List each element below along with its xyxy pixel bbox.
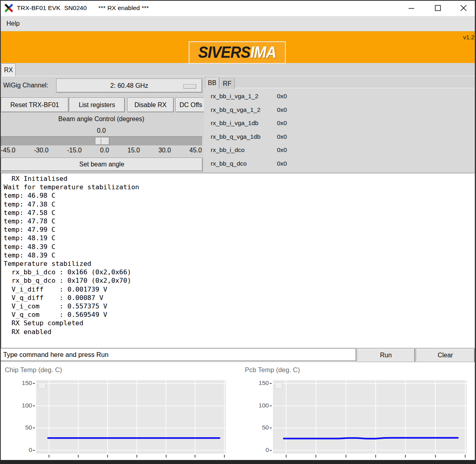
action-button-reset-trx-bf01[interactable]: Reset TRX-BF01 [1,97,69,112]
y-tick-mark [33,450,35,451]
wigig-channel-value: 2: 60.48 GHz [110,82,148,89]
y-tick-label: 150 [17,379,32,387]
register-value: 0x0 [277,120,287,127]
window-title-serial: SN0240 [64,0,87,16]
y-tick-mark [33,383,35,384]
x-tick-mark [315,455,316,458]
y-tick-label: 150 [254,379,269,387]
x-tick-mark [346,455,346,458]
x-tick-mark [286,455,287,458]
command-input[interactable] [0,348,356,361]
y-tick-label: 50 [254,424,269,431]
x-tick-mark [465,455,466,458]
beam-angle-value: 0.0 [0,127,203,134]
y-tick-label: 0 [254,446,269,454]
y-tick-label: 50 [17,424,32,431]
register-name: rx_bb_i_dco [211,146,244,154]
y-tick-mark [33,428,35,428]
register-value: 0x0 [277,133,287,140]
scale-label: -30.0 [34,147,48,154]
register-name: rx_bb_q_vga_1_2 [211,106,260,113]
brand-banner: v1.2 SIVERSIMA [0,31,476,63]
scale-label: 30.0 [159,147,171,154]
chart-plot-area [36,380,226,454]
siversima-logo: SIVERSIMA [189,41,286,64]
x-tick-mark [195,455,195,458]
x-tick-mark [166,455,167,458]
x-tick-mark [78,455,79,458]
register-name: rx_bb_i_vga_1_2 [211,93,258,100]
y-tick-mark [270,428,272,428]
wigig-channel-dropdown[interactable]: 2: 60.48 GHz [56,79,202,93]
app-icon [4,3,14,14]
action-button-list-registers[interactable]: List registers [69,97,125,112]
close-button[interactable] [454,1,473,15]
beam-angle-slider-handle[interactable] [95,137,110,145]
action-button-disable-rx[interactable]: Disable RX [127,97,174,112]
temp-chart-1: Pcb Temp (deg. C)050100150 [237,363,476,463]
console-output[interactable]: RX Initialised Wait for temperature stab… [1,173,476,348]
beam-angle-scale: -45.0-30.0-15.00.015.030.045.0 [1,147,202,154]
window-border-left [0,0,1,464]
register-value: 0x0 [277,146,287,154]
y-tick-mark [270,450,272,451]
scale-label: -15.0 [67,147,81,154]
register-value: 0x0 [277,106,287,113]
register-name: rx_bb_q_dco [211,160,247,167]
maximize-button[interactable] [429,1,447,15]
title-bar: TRX-BF01 EVK SN0240 *** RX enabled *** [0,0,476,16]
x-tick-mark [435,455,436,458]
x-tick-mark [375,455,376,458]
chart-title: Pcb Temp (deg. C) [245,366,300,374]
scale-label: -45.0 [1,147,15,154]
dropdown-indicator-icon [183,84,196,89]
tab-bb[interactable]: BB [205,77,219,89]
register-name: rx_bb_q_vga_1db [211,133,260,140]
legend-stub [275,383,283,389]
menu-item-help[interactable]: Help [5,16,21,31]
scale-label: 45.0 [189,147,202,154]
register-name: rx_bb_i_vga_1db [211,120,258,127]
temp-chart-0: Chip Temp (deg. C)050100150 [0,363,238,463]
legend-stub [38,383,46,389]
x-tick-mark [107,455,108,458]
scale-label: 0.0 [100,147,109,154]
scale-label: 15.0 [128,147,140,154]
y-tick-label: 100 [17,402,32,409]
beam-angle-title: Beam angle Control (degrees) [0,115,203,123]
logo-text-secondary: IMA [250,43,276,61]
window-border-bottom [0,460,476,464]
tab-rf[interactable]: RF [220,78,235,89]
wigig-channel-label: WiGig Channel: [3,79,48,92]
maximize-icon [435,5,441,11]
clear-button[interactable]: Clear [416,348,475,363]
register-value: 0x0 [277,93,287,100]
pane-top-line [1,76,475,76]
minimize-icon [408,5,415,11]
action-button-dc-offs[interactable]: DC Offs [175,97,206,112]
tab-rx[interactable]: RX [1,63,16,77]
logo-text-primary: SIVERS [198,43,250,61]
chart-plot-area [273,380,467,454]
x-tick-mark [49,455,49,458]
y-tick-label: 0 [17,446,32,454]
window-title-status: *** RX enabled *** [98,0,149,16]
close-icon [460,5,467,11]
beam-angle-slider[interactable] [1,136,203,146]
console-text: RX Initialised Wait for temperature stab… [1,173,475,337]
set-beam-angle-button[interactable]: Set beam angle [1,158,203,171]
y-tick-mark [33,405,35,406]
window-border-top [0,0,476,1]
menu-bar: Help [0,16,476,31]
window-title: TRX-BF01 EVK [17,0,61,16]
x-tick-mark [224,455,225,458]
register-pane: rx_bb_i_vga_1_20x0rx_bb_q_vga_1_20x0rx_b… [204,88,476,173]
version-label: v1.2 [463,34,474,41]
app-window: TRX-BF01 EVK SN0240 *** RX enabled *** H… [0,0,476,464]
x-tick-mark [136,455,137,458]
chart-title: Chip Temp (deg. C) [5,366,62,374]
run-button[interactable]: Run [357,348,415,363]
register-value: 0x0 [277,160,287,167]
y-tick-label: 100 [254,402,269,409]
minimize-button[interactable] [402,1,421,15]
